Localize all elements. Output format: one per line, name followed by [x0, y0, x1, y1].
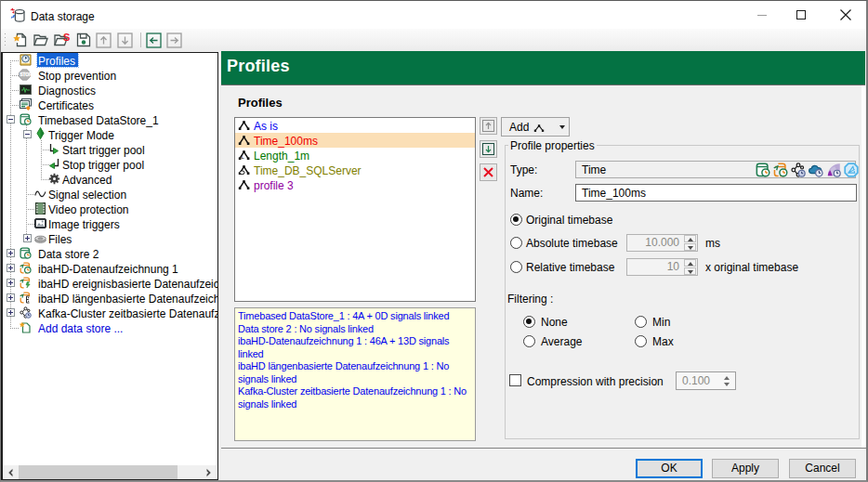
svg-text:STOP: STOP	[20, 72, 31, 77]
svg-text:L: L	[241, 154, 244, 160]
svg-text:S: S	[63, 33, 70, 43]
